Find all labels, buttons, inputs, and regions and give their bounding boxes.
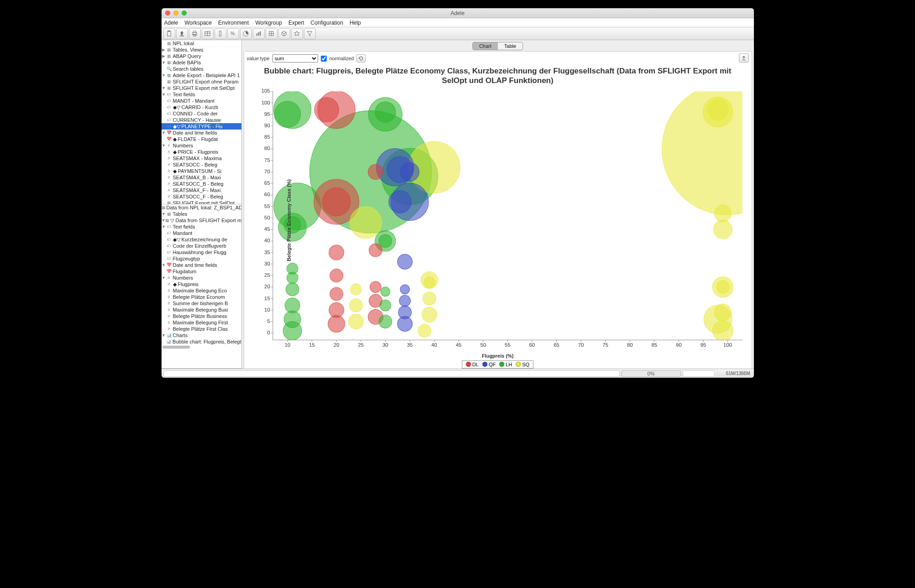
upload-icon[interactable] bbox=[176, 28, 188, 39]
menu-workspace[interactable]: Workspace bbox=[184, 20, 212, 26]
tree-item[interactable]: #SEATSOCC - Beleg bbox=[162, 161, 241, 168]
sidebar: ▦NPL lokal ▶▦Tables, Views▶▦ABAP Query▼▦… bbox=[162, 40, 242, 369]
tree-item[interactable]: #◆ Flugpreis bbox=[162, 281, 241, 287]
tree-item[interactable]: #Maximale Belegung First bbox=[162, 319, 241, 326]
menu-workgroup[interactable]: Workgroup bbox=[255, 20, 282, 26]
tab-chart[interactable]: Chart bbox=[473, 42, 498, 50]
tree-item[interactable]: ▼🏷Text fields bbox=[162, 91, 241, 98]
tree-lower[interactable]: ▦Data from NPL lokal: Z_BSP1_ADELE_E ▼▦T… bbox=[162, 204, 241, 369]
svg-text:55: 55 bbox=[504, 342, 510, 347]
tree-item[interactable]: 🏷Mandant bbox=[162, 230, 241, 236]
tree-item[interactable]: 🏷Code der Einzelflugverb bbox=[162, 243, 241, 249]
menu-environment[interactable]: Environment bbox=[218, 20, 249, 26]
print-icon[interactable] bbox=[189, 28, 201, 39]
tree-item[interactable]: 🔍Search tables bbox=[162, 66, 241, 72]
funnel-icon[interactable] bbox=[304, 28, 316, 39]
tree-item[interactable]: 🏷◆▽ CARRID - Kurzb bbox=[162, 104, 241, 110]
pie-icon[interactable] bbox=[240, 28, 252, 39]
tree-item[interactable]: #◆ PAYMENTSUM - Si bbox=[162, 168, 241, 174]
tree-item[interactable]: #SEATSOCC_B - Beleg bbox=[162, 181, 241, 187]
refresh-button[interactable] bbox=[356, 54, 366, 62]
legend-row: DLQFLHSQ bbox=[246, 359, 750, 369]
menu-configuration[interactable]: Configuration bbox=[311, 20, 343, 26]
menu-adele[interactable]: Adele bbox=[164, 20, 178, 26]
svg-text:95: 95 bbox=[264, 111, 270, 116]
tree-upper[interactable]: ▦NPL lokal ▶▦Tables, Views▶▦ABAP Query▼▦… bbox=[162, 40, 241, 204]
menu-help[interactable]: Help bbox=[350, 20, 361, 26]
tree-item[interactable]: 📅◆ FLDATE - Flugdat bbox=[162, 136, 241, 142]
legend-item[interactable]: QF bbox=[482, 362, 496, 367]
normalized-label: normalized bbox=[329, 56, 354, 61]
legend-item[interactable]: LH bbox=[499, 362, 512, 367]
tree-item[interactable]: ▼▦Adele Export - Beispiele API 1 bbox=[162, 72, 241, 78]
tree-item[interactable]: #SEATSMAX_B - Maxi bbox=[162, 174, 241, 181]
tree-item[interactable]: 🏷MANDT - Mandant bbox=[162, 98, 241, 104]
svg-text:10: 10 bbox=[264, 307, 270, 312]
filter-star-icon[interactable] bbox=[291, 28, 303, 39]
table-icon[interactable] bbox=[202, 28, 214, 39]
value-type-select[interactable]: sum bbox=[272, 54, 318, 62]
clipboard-icon[interactable] bbox=[163, 28, 175, 39]
plot-area[interactable]: Belegte Plätze Economy Class (%) 0510152… bbox=[259, 88, 747, 352]
tree-item[interactable]: #SEATSOCC_F - Beleg bbox=[162, 193, 241, 200]
svg-point-137 bbox=[285, 298, 300, 313]
titlebar: Adele bbox=[162, 8, 754, 18]
bar-chart-icon[interactable] bbox=[253, 28, 265, 39]
svg-point-154 bbox=[418, 324, 431, 337]
svg-text:%: % bbox=[230, 31, 235, 36]
tree-item[interactable]: #SEATSMAX_F - Maxi bbox=[162, 187, 241, 193]
tree-item[interactable]: ▼▦▽ Data from SFLIGHT Export m bbox=[162, 217, 241, 224]
tree-root[interactable]: ▦NPL lokal bbox=[162, 40, 241, 47]
tree-item[interactable]: #Belegte Plätze First Clas bbox=[162, 326, 241, 332]
tree-item[interactable]: ▼📅Date and time fields bbox=[162, 130, 241, 136]
percent-icon[interactable]: % bbox=[227, 28, 239, 39]
tree-item[interactable]: ▼#Numbers bbox=[162, 142, 241, 149]
tree-item[interactable]: #Summe der bisherigen B bbox=[162, 300, 241, 307]
h-scrollbar[interactable] bbox=[162, 346, 190, 349]
tree-item[interactable]: ▼📊Charts bbox=[162, 332, 241, 338]
svg-text:50: 50 bbox=[480, 342, 486, 347]
svg-text:15: 15 bbox=[309, 342, 315, 347]
tree-item[interactable]: #Maximale Belegung Busi bbox=[162, 307, 241, 313]
grid-icon[interactable] bbox=[266, 28, 277, 39]
tree-item[interactable]: ▼📅Date and time fields bbox=[162, 262, 241, 268]
tree-item[interactable]: #Belegte Plätze Business bbox=[162, 313, 241, 319]
tree-item[interactable]: 📊Bubble chart: Flugpreis, Belegt bbox=[162, 338, 241, 345]
tree-item[interactable]: #◆ PRICE - Flugpreis bbox=[162, 149, 241, 155]
normalized-checkbox[interactable] bbox=[321, 56, 327, 62]
svg-point-157 bbox=[287, 272, 298, 283]
svg-text:30: 30 bbox=[264, 260, 270, 266]
tree-item[interactable]: ▼▦Tables bbox=[162, 211, 241, 217]
tree-item[interactable]: ▦SFLIGHT Export mit SelOpt bbox=[162, 200, 241, 204]
cube-icon[interactable] bbox=[278, 28, 290, 39]
chart-title: Bubble chart: Flugpreis, Belegte Plätze … bbox=[246, 65, 750, 88]
tree-item[interactable]: ▼▦SFLIGHT Export mit SelOpt bbox=[162, 85, 241, 91]
tree-item[interactable]: ▼#Numbers bbox=[162, 275, 241, 281]
svg-text:75: 75 bbox=[264, 157, 270, 162]
tree-item[interactable]: 🏷◆▽ Kurzbezeichnung de bbox=[162, 236, 241, 243]
tree-item[interactable]: 🏷CURRENCY - Hausw bbox=[162, 117, 241, 123]
tree-item[interactable]: ▶▦Tables, Views bbox=[162, 47, 241, 53]
tree-item[interactable]: 🏷CONNID - Code der bbox=[162, 110, 241, 117]
tree-item[interactable]: #Maximale Belegung Eco bbox=[162, 287, 241, 294]
svg-point-121 bbox=[375, 101, 395, 122]
tree-item[interactable]: 🏷Hauswährung der Flugg bbox=[162, 249, 241, 255]
column-icon[interactable] bbox=[214, 28, 226, 39]
svg-rect-4 bbox=[193, 31, 196, 33]
tree-item[interactable]: 📅Flugdatum bbox=[162, 268, 241, 275]
menu-expert[interactable]: Expert bbox=[288, 20, 304, 26]
legend-item[interactable]: SQ bbox=[516, 362, 529, 367]
tree-item[interactable]: 🏷◆▽ PLANETYPE - Flu bbox=[162, 123, 241, 130]
tree-item[interactable]: 🏷Flugzeugtyp bbox=[162, 255, 241, 262]
tree-root-lower[interactable]: ▦Data from NPL lokal: Z_BSP1_ADELE_E bbox=[162, 204, 241, 211]
tree-item[interactable]: #Belegte Plätze Econom bbox=[162, 294, 241, 300]
tree-item[interactable]: ▼🏷Text fields bbox=[162, 224, 241, 230]
tree-item[interactable]: ▼▦Adele BAPIs bbox=[162, 59, 241, 66]
tree-item[interactable]: ▦SFLIGHT Export ohne Param bbox=[162, 78, 241, 85]
legend-item[interactable]: DL bbox=[466, 362, 479, 367]
tree-item[interactable]: #SEATSMAX - Maxima bbox=[162, 155, 241, 161]
memory-status: 61M/1366M bbox=[716, 371, 752, 376]
tab-table[interactable]: Table bbox=[498, 42, 523, 50]
tree-item[interactable]: ▶▦ABAP Query bbox=[162, 53, 241, 59]
export-button[interactable] bbox=[739, 53, 749, 62]
